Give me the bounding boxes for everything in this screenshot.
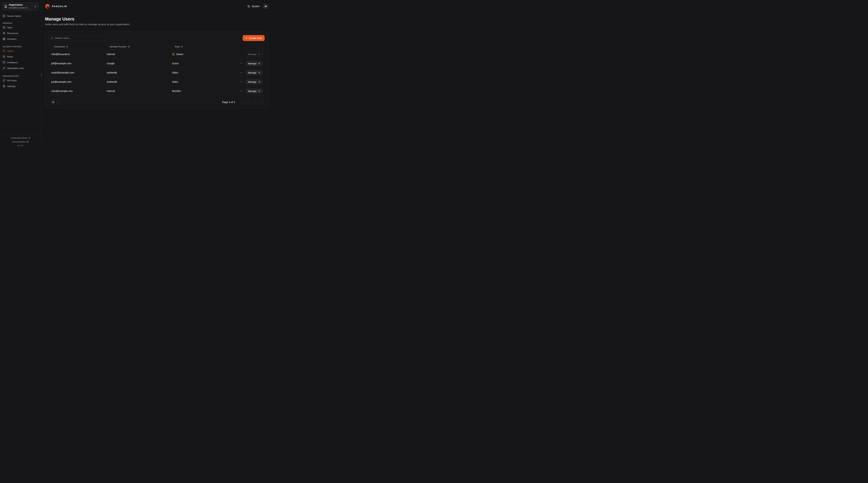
- org-picker-label: Organization: [9, 3, 30, 6]
- sidebar-item-label: Roles: [7, 55, 13, 58]
- role-cell: Sales: [172, 80, 240, 83]
- first-page-button[interactable]: [240, 100, 245, 105]
- page-size-value: 20: [52, 101, 55, 104]
- manage-label: Manage: [248, 81, 256, 83]
- page-size-select[interactable]: 20: [50, 100, 61, 105]
- pagination-bar: 20 Page 1 of 1: [45, 96, 268, 108]
- moon-icon: [247, 5, 250, 8]
- sidebar-item-api-keys[interactable]: API Keys: [2, 78, 39, 83]
- sidebar-item-settings[interactable]: Settings: [2, 84, 39, 89]
- sidebar-footer: Community Edition Documentation v1.7.0: [0, 134, 41, 149]
- previous-page-button[interactable]: [247, 100, 251, 105]
- column-header-username[interactable]: Username: [51, 45, 107, 48]
- crown-icon: [172, 53, 175, 56]
- table-row: cam@example.com Internal Member Manage: [45, 87, 268, 96]
- documentation-label: Documentation: [12, 140, 26, 144]
- role-cell: Sales: [172, 71, 240, 74]
- users-icon: [3, 55, 5, 58]
- sidebar-item-shareable-links[interactable]: Shareable Links: [2, 66, 39, 70]
- theme-toggle-label: System: [252, 5, 260, 8]
- arrow-right-icon: [258, 72, 260, 74]
- user-icon: [3, 50, 5, 52]
- community-edition-link[interactable]: Community Edition: [0, 136, 41, 140]
- search-box: [49, 35, 111, 41]
- manage-button[interactable]: Manage: [246, 70, 262, 75]
- waypoints-icon: [3, 32, 5, 35]
- globe-icon: [3, 37, 5, 40]
- row-actions: Manage: [246, 52, 262, 57]
- column-header-identity-provider[interactable]: Identity Provider: [107, 45, 172, 48]
- table-header-row: Username Identity Provider Role: [45, 44, 268, 50]
- column-header-role[interactable]: Role: [172, 45, 262, 48]
- identity-provider-cell: Internal: [107, 53, 172, 56]
- theme-toggle[interactable]: System: [247, 5, 260, 8]
- row-menu-button[interactable]: [240, 71, 243, 74]
- sidebar-item-sites[interactable]: Sites: [2, 25, 39, 30]
- plus-icon: [245, 37, 248, 39]
- sidebar-item-roles[interactable]: Roles: [2, 54, 39, 59]
- sidebar-item-server-admin[interactable]: Server Admin: [2, 13, 39, 19]
- mail-check-icon: [3, 61, 5, 64]
- row-actions: Manage: [240, 61, 262, 66]
- last-page-button[interactable]: [259, 100, 264, 105]
- role-cell: Guest: [172, 62, 240, 65]
- username-cell: milo@fossorial.io: [51, 53, 107, 56]
- row-actions: Manage: [240, 89, 262, 93]
- arrow-right-icon: [258, 53, 260, 55]
- page-title: Manage Users: [45, 17, 269, 22]
- role-cell: Owner: [172, 53, 246, 56]
- next-page-button[interactable]: [253, 100, 258, 105]
- sidebar-item-resources[interactable]: Resources: [2, 31, 39, 36]
- sidebar-item-invitations[interactable]: Invitations: [2, 60, 39, 65]
- arrow-right-icon: [258, 62, 260, 65]
- create-user-label: Create User: [249, 37, 262, 39]
- search-icon: [51, 37, 54, 39]
- avatar[interactable]: M: [263, 3, 269, 9]
- sidebar-item-label: Settings: [7, 85, 16, 88]
- users-card: Create User Username Identity Provider R…: [45, 31, 269, 109]
- topbar: PANGOLIN System M: [45, 0, 269, 12]
- manage-button[interactable]: Manage: [246, 89, 262, 93]
- sidebar-item-users[interactable]: Users: [2, 49, 39, 53]
- topbar-right: System M: [247, 3, 269, 9]
- section-label-organization: ORGANIZATION: [3, 75, 39, 77]
- identity-provider-cell: Authentik: [107, 71, 172, 74]
- column-header-label: Username: [54, 45, 65, 48]
- org-picker-value: milo@fossorial.io's ...: [9, 6, 30, 9]
- role-label: Sales: [172, 80, 178, 83]
- role-label: Guest: [172, 62, 179, 65]
- row-menu-button[interactable]: [240, 80, 243, 84]
- sort-icon: [66, 46, 68, 48]
- create-user-button[interactable]: Create User: [243, 35, 265, 41]
- documentation-link[interactable]: Documentation: [0, 140, 41, 144]
- row-menu-button[interactable]: [240, 62, 243, 65]
- chevrons-up-down-icon: [34, 5, 37, 8]
- column-header-label: Identity Provider: [110, 45, 127, 48]
- search-input[interactable]: [55, 37, 109, 39]
- chevrons-right-icon: [261, 101, 263, 103]
- brand-name: PANGOLIN: [52, 5, 67, 8]
- page-head: Manage Users Invite users and add them t…: [45, 17, 269, 26]
- manage-label: Manage: [248, 72, 256, 74]
- identity-provider-cell: Authentik: [107, 80, 172, 83]
- ellipsis-icon: [240, 71, 243, 74]
- sidebar: Organization milo@fossorial.io's ... Ser…: [0, 0, 41, 149]
- sidebar-item-label: Shareable Links: [7, 67, 24, 69]
- manage-button[interactable]: Manage: [246, 79, 262, 84]
- manage-label: Manage: [248, 62, 256, 65]
- table-row: joe@example.com Authentik Sales Manage: [45, 77, 268, 87]
- row-menu-button[interactable]: [240, 89, 243, 93]
- sidebar-item-label: Invitations: [7, 61, 18, 64]
- sidebar-item-domains[interactable]: Domains: [2, 36, 39, 41]
- manage-button[interactable]: Manage: [246, 61, 262, 66]
- table-row: jeff@example.com Google Guest Manage: [45, 59, 268, 68]
- section-label-general: GENERAL: [3, 22, 39, 24]
- org-picker[interactable]: Organization milo@fossorial.io's ...: [2, 2, 39, 10]
- pagination-buttons: [240, 100, 264, 105]
- chevron-down-icon: [56, 101, 59, 103]
- sidebar-nav: Server Admin GENERAL Sites Resources Dom…: [2, 13, 39, 89]
- card-toolbar: Create User: [45, 31, 268, 41]
- role-label: Member: [172, 90, 181, 92]
- column-header-label: Role: [175, 45, 180, 48]
- external-link-icon: [28, 137, 30, 139]
